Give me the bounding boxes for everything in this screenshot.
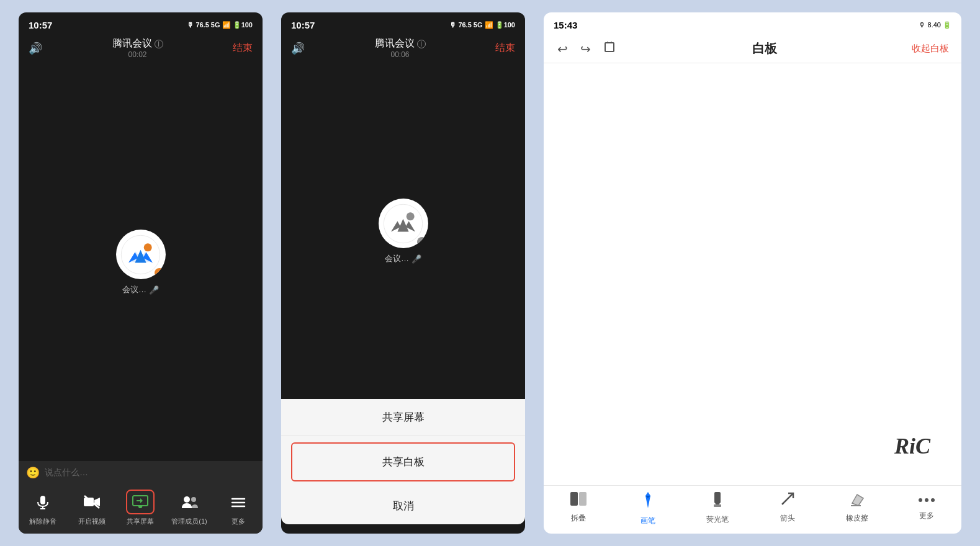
status-icons-1: 🎙 76.5 5G 📶 🔋100 bbox=[187, 21, 253, 29]
share-icon-wrap bbox=[126, 490, 155, 514]
members-label: 管理成员(1) bbox=[171, 517, 207, 526]
canvas-text-ric: RiC bbox=[894, 433, 930, 459]
panel-3: 15:43 🎙 8.40 🔋 ↩ ↪ 白板 收起白板 RiC bbox=[544, 12, 961, 534]
collapse-whiteboard-button[interactable]: 收起白板 bbox=[912, 43, 949, 55]
status-icons-2: 🎙 76.5 5G 📶 🔋100 bbox=[449, 21, 515, 29]
toolbar-video[interactable]: 开启视频 bbox=[73, 490, 110, 526]
wb-more-icon bbox=[918, 491, 935, 508]
eraser-label: 橡皮擦 bbox=[846, 513, 868, 524]
arrow-svg bbox=[780, 491, 796, 507]
svg-rect-20 bbox=[714, 492, 721, 503]
wb-toolbar-left: ↩ ↪ bbox=[556, 40, 617, 58]
meeting-header-2: 🔊 腾讯会议 i 00:06 结束 bbox=[281, 35, 525, 64]
avatar-name-2: 会议… 🎤 bbox=[385, 253, 421, 264]
arrow-icon bbox=[780, 491, 796, 511]
tencent-logo-1 bbox=[120, 235, 161, 275]
share-screen-option[interactable]: 共享屏幕 bbox=[281, 399, 525, 436]
wb-tool-fold[interactable]: 拆叠 bbox=[560, 491, 597, 524]
avatar-container-2: 会议… 🎤 bbox=[379, 199, 428, 264]
wb-status-bar: 15:43 🎙 8.40 🔋 bbox=[544, 12, 961, 35]
undo-button[interactable]: ↩ bbox=[556, 40, 569, 58]
header-center-2: 腾讯会议 i 00:06 bbox=[375, 37, 426, 59]
svg-rect-15 bbox=[605, 43, 614, 51]
avatar-circle-1 bbox=[116, 230, 166, 279]
info-icon-1[interactable]: i bbox=[155, 40, 163, 48]
wb-title: 白板 bbox=[752, 40, 777, 57]
arrow-label: 箭头 bbox=[780, 513, 795, 524]
svg-rect-18 bbox=[570, 492, 578, 506]
highlighter-svg bbox=[709, 491, 726, 508]
wb-tool-pen[interactable]: 画笔 bbox=[629, 491, 667, 526]
share-cancel-option[interactable]: 取消 bbox=[281, 488, 525, 524]
avatar-badge-2 bbox=[417, 237, 427, 247]
toolbar-more[interactable]: 更多 bbox=[220, 490, 257, 526]
mute-label: 解除静音 bbox=[29, 517, 56, 526]
video-area-2: 会议… 🎤 bbox=[281, 64, 525, 399]
wb-more-svg bbox=[918, 496, 935, 504]
end-button-1[interactable]: 结束 bbox=[233, 42, 253, 55]
svg-point-24 bbox=[919, 498, 922, 502]
highlighter-icon bbox=[709, 491, 726, 512]
speaker-icon-1[interactable]: 🔊 bbox=[29, 42, 42, 55]
tencent-logo-2 bbox=[383, 204, 423, 244]
pen-label: 画笔 bbox=[641, 516, 655, 526]
avatar-name-1: 会议… 🎤 bbox=[122, 284, 159, 295]
svg-point-9 bbox=[191, 497, 196, 502]
meeting-title-1: 腾讯会议 bbox=[112, 37, 152, 50]
share-whiteboard-option[interactable]: 共享白板 bbox=[291, 442, 515, 481]
svg-rect-19 bbox=[579, 492, 587, 506]
header-left-1: 🔊 bbox=[29, 42, 42, 55]
panel-1: 10:57 🎙 76.5 5G 📶 🔋100 🔊 腾讯会议 i 00:02 结束 bbox=[19, 12, 263, 534]
svg-line-22 bbox=[782, 493, 793, 504]
fold-label: 拆叠 bbox=[571, 513, 586, 524]
video-icon-wrap bbox=[78, 490, 106, 514]
more-icon-wrap bbox=[224, 490, 253, 514]
chat-placeholder: 说点什么… bbox=[45, 467, 88, 478]
panel-2: 10:57 🎙 76.5 5G 📶 🔋100 🔊 腾讯会议 i 00:06 结束 bbox=[281, 12, 525, 534]
svg-rect-21 bbox=[714, 504, 721, 507]
wb-toolbar: ↩ ↪ 白板 收起白板 bbox=[544, 35, 961, 63]
mic-indicator-2: 🎤 bbox=[411, 254, 421, 264]
chat-bar-1[interactable]: 🙂 说点什么… bbox=[19, 461, 263, 485]
toolbar-mute[interactable]: 解除静音 bbox=[24, 490, 61, 526]
mic-icon bbox=[35, 494, 51, 510]
svg-point-25 bbox=[925, 498, 928, 502]
wb-bottom-tools: 拆叠 画笔 荧光笔 bbox=[544, 485, 961, 534]
wb-canvas[interactable]: RiC bbox=[544, 63, 961, 485]
redo-button[interactable]: ↪ bbox=[579, 40, 592, 58]
svg-point-26 bbox=[931, 498, 935, 502]
video-label: 开启视频 bbox=[78, 517, 106, 526]
wb-more-label: 更多 bbox=[919, 511, 934, 521]
fold-svg bbox=[569, 491, 588, 507]
highlighter-label: 荧光笔 bbox=[706, 514, 729, 525]
wb-time: 15:43 bbox=[554, 20, 577, 30]
toolbar-members[interactable]: 管理成员(1) bbox=[171, 490, 208, 526]
mute-icon-wrap bbox=[29, 490, 57, 514]
wb-tool-highlighter[interactable]: 荧光笔 bbox=[699, 491, 736, 525]
wb-tool-more[interactable]: 更多 bbox=[908, 491, 945, 521]
time-2: 10:57 bbox=[291, 20, 315, 30]
svg-point-14 bbox=[407, 212, 415, 220]
wb-tool-arrow[interactable]: 箭头 bbox=[769, 491, 806, 524]
svg-point-1 bbox=[144, 243, 152, 251]
svg-point-8 bbox=[184, 496, 190, 503]
info-icon-2[interactable]: i bbox=[417, 40, 426, 48]
meeting-header-1: 🔊 腾讯会议 i 00:02 结束 bbox=[19, 35, 263, 64]
meeting-title-2: 腾讯会议 bbox=[375, 37, 415, 50]
video-area-1: 会议… 🎤 bbox=[19, 64, 263, 461]
pen-icon bbox=[641, 491, 655, 513]
mic-indicator-1: 🎤 bbox=[149, 285, 159, 295]
eraser-icon bbox=[848, 491, 866, 511]
speaker-icon-2[interactable]: 🔊 bbox=[291, 42, 305, 55]
status-bar-2: 10:57 🎙 76.5 5G 📶 🔋100 bbox=[281, 12, 525, 35]
meeting-timer-2: 00:06 bbox=[375, 50, 426, 59]
eraser-svg bbox=[848, 491, 866, 507]
more-label: 更多 bbox=[232, 517, 245, 526]
end-button-2[interactable]: 结束 bbox=[495, 42, 515, 55]
wb-tool-eraser[interactable]: 橡皮擦 bbox=[838, 491, 876, 524]
crop-button[interactable] bbox=[602, 40, 617, 58]
video-icon bbox=[83, 495, 101, 509]
share-menu: 共享屏幕 共享白板 取消 bbox=[281, 399, 525, 524]
toolbar-share[interactable]: 共享屏幕 bbox=[122, 490, 159, 526]
pen-svg bbox=[641, 491, 655, 509]
